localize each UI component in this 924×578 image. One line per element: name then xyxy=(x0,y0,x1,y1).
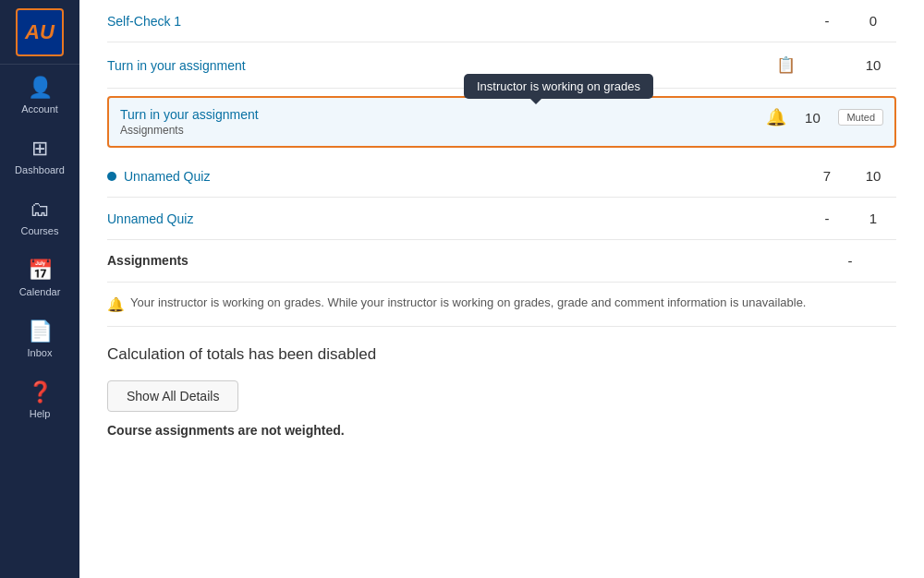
sidebar-item-label-courses: Courses xyxy=(21,225,59,236)
highlighted-score: 10 xyxy=(794,110,831,126)
muted-info-text: Your instructor is working on grades. Wh… xyxy=(130,295,807,309)
assignment-icon-cell-doc: 📋 xyxy=(767,55,804,75)
main-content: Self-Check 1 - 0 Turn in your assignment… xyxy=(79,0,924,578)
muted-info-row: 🔔 Your instructor is working on grades. … xyxy=(107,283,896,327)
courses-icon: 🗂 xyxy=(30,198,50,222)
sidebar-item-label: Account xyxy=(21,103,58,114)
out-of-cell: 0 xyxy=(850,13,896,29)
sidebar-item-help[interactable]: ❓ Help xyxy=(0,369,79,430)
show-all-details-button[interactable]: Show All Details xyxy=(107,380,238,412)
assignments-total-label: Assignments xyxy=(107,253,804,269)
au-logo-text: AU xyxy=(25,20,55,44)
muted-info-icon: 🔔 xyxy=(107,296,125,313)
sidebar-item-label-dashboard: Dashboard xyxy=(15,164,65,175)
assignment-link-quiz2[interactable]: Unnamed Quiz xyxy=(107,211,767,226)
sidebar-item-label-inbox: Inbox xyxy=(28,347,53,358)
not-weighted-text: Course assignments are not weighted. xyxy=(107,423,896,438)
assignment-link-turnin[interactable]: Turn in your assignment xyxy=(107,58,767,73)
tooltip-text: Instructor is working on grades xyxy=(477,79,640,93)
assignment-sub-label: Assignments xyxy=(120,124,766,137)
tooltip: Instructor is working on grades xyxy=(464,74,653,99)
assignments-total-dash: - xyxy=(804,253,896,269)
au-logo: AU xyxy=(16,8,64,56)
dashboard-icon: ⊞ xyxy=(31,137,48,161)
sidebar-item-courses[interactable]: 🗂 Courses xyxy=(0,187,79,247)
inbox-icon: 📄 xyxy=(28,319,53,343)
highlighted-row-right: 🔔 10 Muted xyxy=(766,107,883,127)
sidebar-item-dashboard[interactable]: ⊞ Dashboard xyxy=(0,126,79,187)
sidebar-logo: AU xyxy=(0,0,79,65)
score-cell: - xyxy=(804,13,850,29)
table-row: Unnamed Quiz - 1 xyxy=(107,198,896,240)
help-icon: ❓ xyxy=(28,380,53,404)
table-row: Self-Check 1 - 0 xyxy=(107,0,896,42)
out-of-cell: 10 xyxy=(850,57,896,73)
score-cell: 7 xyxy=(804,168,850,184)
table-row: Unnamed Quiz 7 10 xyxy=(107,155,896,198)
sidebar-item-account[interactable]: 👤 Account xyxy=(0,65,79,126)
highlighted-row-left: Turn in your assignment Assignments xyxy=(120,107,766,137)
out-of-cell: 10 xyxy=(850,168,896,184)
highlighted-row-inner: Turn in your assignment Assignments 🔔 10… xyxy=(120,107,883,137)
blue-dot-indicator xyxy=(107,172,116,181)
calc-disabled-heading: Calculation of totals has been disabled xyxy=(107,327,896,371)
sidebar-item-label-calendar: Calendar xyxy=(19,286,61,297)
sidebar-item-label-help: Help xyxy=(30,408,51,419)
highlighted-assignment-row: Instructor is working on grades Turn in … xyxy=(107,96,896,148)
sidebar: AU 👤 Account ⊞ Dashboard 🗂 Courses 📅 Cal… xyxy=(0,0,79,578)
out-of-cell: 1 xyxy=(850,211,896,226)
document-icon: 📋 xyxy=(776,56,796,74)
assignment-link-selfcheck[interactable]: Self-Check 1 xyxy=(107,14,767,29)
score-cell: - xyxy=(804,211,850,226)
bell-muted-icon: 🔔 xyxy=(766,107,786,127)
muted-badge: Muted xyxy=(838,109,883,126)
account-icon: 👤 xyxy=(28,76,53,100)
assignment-link-quiz1[interactable]: Unnamed Quiz xyxy=(124,169,767,184)
assignments-total-row: Assignments - xyxy=(107,240,896,283)
sidebar-item-calendar[interactable]: 📅 Calendar xyxy=(0,247,79,308)
calendar-icon: 📅 xyxy=(28,259,53,283)
grade-table: Self-Check 1 - 0 Turn in your assignment… xyxy=(107,0,896,438)
assignment-link-highlighted[interactable]: Turn in your assignment xyxy=(120,107,766,122)
sidebar-item-inbox[interactable]: 📄 Inbox xyxy=(0,308,79,369)
